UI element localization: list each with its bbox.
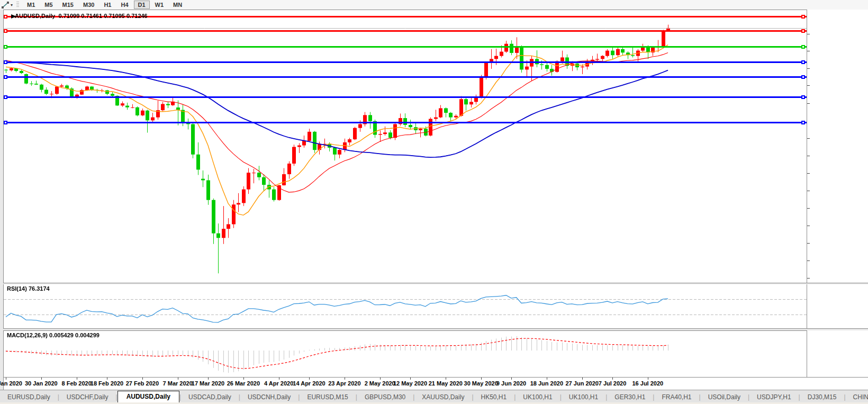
date-tick [410,378,411,380]
date-tick [511,378,512,380]
price-tick-dash [807,278,810,279]
rsi-label: RSI(14) 76.3174 [7,285,50,292]
date-tick [446,378,446,380]
timeframe-button-m1[interactable]: M1 [23,1,39,9]
date-tick [243,378,244,380]
date-tick [279,378,279,380]
date-tick [208,378,209,380]
timeframe-button-m15[interactable]: M15 [58,1,78,9]
date-tick [612,378,613,380]
timeframe-buttons: M1M5M15M30H1H4D1W1MN [22,2,187,8]
timeframe-button-m30[interactable]: M30 [79,1,98,9]
date-label: 21 May 2020 [429,380,463,387]
date-label: 4 Apr 2020 [264,380,293,387]
price-tick-dash [807,103,810,104]
rsi-panel-canvas[interactable] [4,284,807,328]
crosshair-tool-icon [2,2,10,8]
price-tick-dash [807,85,810,86]
price-tick-dash [807,208,810,209]
timeframe-button-h1[interactable]: H1 [100,1,115,9]
chevron-down-icon: ▾ [11,3,13,7]
price-tick-dash [807,243,810,244]
date-tick [380,378,381,380]
macd-axis[interactable]: 0.0157410.00-0.024412 [807,330,868,377]
date-label: 27 Jun 2020 [566,380,599,387]
date-label: 21 Jan 2020 [0,380,22,387]
mt4-chart-window: ▾ M1M5M15M30H1H4D1W1MN AUDUSD,Daily 0.71… [0,0,868,404]
rsi-axis[interactable]: 10070300 [807,284,868,328]
timeframe-toolbar: ▾ M1M5M15M30H1H4D1W1MN [0,0,868,10]
date-tick [77,378,77,380]
chart-tab-uk100-h1[interactable]: UK100,H1 [562,392,605,403]
chart-tab-usdcnh-daily[interactable]: USDCNH,Daily [240,392,298,403]
price-tick-dash [807,138,810,139]
price-chart-canvas[interactable] [4,11,807,282]
price-tick-dash [807,156,810,156]
chart-tab-eurusd-m15[interactable]: EURUSD,M15 [300,392,355,403]
date-label: 30 May 2020 [464,380,498,387]
chart-tab-usdchf-daily[interactable]: USDCHF,Daily [59,392,116,403]
price-tick-dash [807,51,810,51]
date-tick [178,378,178,380]
date-label: 17 Mar 2020 [192,380,224,387]
date-label: 8 Feb 2020 [62,380,92,387]
chart-tab-eurusd-daily[interactable]: EURUSD,Daily [0,392,58,403]
chart-tab-xauusd-daily[interactable]: XAUUSD,Daily [414,392,472,403]
price-tick-dash [807,191,810,191]
chart-tab-bar: EURUSD,Daily|USDCHF,Daily|AUDUSD,Daily|U… [0,390,868,403]
timeframe-button-w1[interactable]: W1 [151,1,168,9]
chart-tab-gbpusd-m30[interactable]: GBPUSD,M30 [357,392,413,403]
date-label: 18 Feb 2020 [91,380,123,387]
chart-tab-hk50-h1[interactable]: HK50,H1 [474,392,514,403]
date-label: 7 Mar 2020 [163,380,193,387]
date-tick [6,378,6,380]
date-label: 16 Jul 2020 [632,380,663,387]
chart-tab-dj30-m15[interactable]: DJ30,M15 [800,392,844,403]
date-tick [309,378,310,380]
price-tick-dash [807,173,810,174]
date-tick [547,378,547,380]
chart-tab-usdcad-daily[interactable]: USDCAD,Daily [181,392,239,403]
date-label: 23 Apr 2020 [328,380,360,387]
price-tick-dash [807,226,810,226]
chart-tab-china300-h4[interactable]: CHINA300,H4 [846,392,868,403]
price-tick-dash [807,34,810,34]
chart-tab-fra40-h1[interactable]: FRA40,H1 [654,392,699,403]
chart-tab-audusd-daily[interactable]: AUDUSD,Daily [117,391,179,403]
price-axis[interactable]: 0.708700.697300.685900.674500.662800.639… [807,10,868,283]
date-tick [481,378,482,380]
date-tick [582,378,583,380]
date-tick [41,378,42,380]
macd-panel-canvas[interactable] [4,331,807,377]
chart-title: AUDUSD,Daily 0.71099 0.71461 0.71095 0.7… [15,13,148,19]
chart-tab-ger30-h1[interactable]: GER30,H1 [607,392,653,403]
date-label: 18 Jun 2020 [530,380,563,387]
timeframe-button-d1[interactable]: D1 [134,1,150,9]
date-tick [648,378,648,380]
chart-tab-usdjpy-h1[interactable]: USDJPY,H1 [749,392,798,403]
timeframe-button-mn[interactable]: MN [169,1,186,9]
date-label: 27 Feb 2020 [126,380,159,387]
chart-tab-usoil-daily[interactable]: USOil,Daily [701,392,748,403]
date-label: 14 Apr 2020 [293,380,325,387]
date-tick [345,378,345,380]
date-label: 12 May 2020 [393,380,427,387]
macd-label: MACD(12,26,9) 0.005429 0.004299 [7,332,100,338]
crosshair-tool-button[interactable]: ▾ [0,1,14,9]
date-axis[interactable]: 21 Jan 202030 Jan 20208 Feb 202018 Feb 2… [4,377,868,390]
date-label: 30 Jan 2020 [25,380,58,387]
date-label: 7 Jul 2020 [599,380,627,387]
chart-tab-uk100-h1[interactable]: UK100,H1 [516,392,559,403]
timeframe-button-m5[interactable]: M5 [40,1,57,9]
date-tick [107,378,107,380]
date-label: 2 May 2020 [365,380,395,387]
price-tick-dash [807,261,810,261]
toolbar-grip[interactable] [16,2,19,8]
date-label: 9 Jun 2020 [496,380,526,387]
timeframe-button-h4[interactable]: H4 [116,1,132,9]
price-tick-dash [807,68,810,69]
date-tick [142,378,143,380]
date-label: 26 Mar 2020 [227,380,260,387]
